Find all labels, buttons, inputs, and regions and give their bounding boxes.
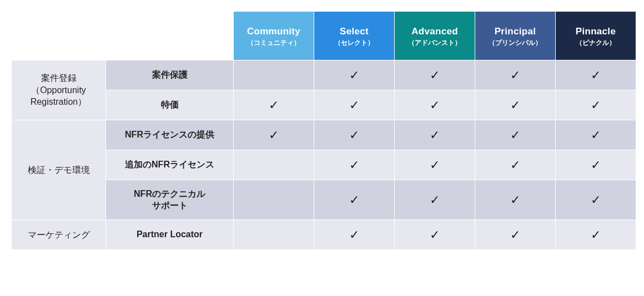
check-icon: ✓ [510, 193, 520, 207]
mark-cell: ✓ [556, 90, 636, 120]
check-icon: ✓ [349, 228, 359, 242]
check-icon: ✓ [591, 158, 601, 172]
check-icon: ✓ [430, 98, 440, 112]
check-icon: ✓ [591, 98, 601, 112]
tier-header-pinnacle: Pinnacle （ピナクル） [556, 12, 636, 60]
table-row: 検証・デモ環境NFRライセンスの提供✓✓✓✓✓ [12, 120, 636, 150]
check-icon: ✓ [591, 128, 601, 142]
check-icon: ✓ [591, 228, 601, 242]
mark-cell: ✓ [475, 180, 556, 220]
check-icon: ✓ [349, 193, 359, 207]
check-icon: ✓ [269, 98, 279, 112]
mark-cell: ✓ [556, 60, 636, 90]
mark-cell: ✓ [395, 60, 475, 90]
category-cell: 案件登録（Opportunity Registration） [12, 60, 106, 120]
check-icon: ✓ [430, 193, 440, 207]
check-icon: ✓ [430, 158, 440, 172]
row-label: 特価 [106, 90, 234, 120]
check-icon: ✓ [269, 128, 279, 142]
mark-cell: ✓ [395, 150, 475, 180]
check-icon: ✓ [349, 98, 359, 112]
tier-header-principal: Principal （プリンシパル） [475, 12, 556, 60]
check-icon: ✓ [430, 128, 440, 142]
mark-cell [234, 60, 314, 90]
check-icon: ✓ [510, 68, 520, 82]
mark-cell: ✓ [234, 90, 314, 120]
tier-title: Community [238, 26, 309, 37]
check-icon: ✓ [510, 128, 520, 142]
tier-sub: （プリンシパル） [480, 38, 551, 48]
mark-cell: ✓ [475, 220, 556, 250]
check-icon: ✓ [349, 128, 359, 142]
row-label: NFRのテクニカルサポート [106, 180, 234, 220]
mark-cell: ✓ [475, 120, 556, 150]
row-label: NFRライセンスの提供 [106, 120, 234, 150]
mark-cell: ✓ [234, 120, 314, 150]
tier-sub: （セレクト） [319, 38, 390, 48]
check-icon: ✓ [430, 228, 440, 242]
mark-cell: ✓ [556, 150, 636, 180]
mark-cell [234, 180, 314, 220]
tier-title: Principal [480, 26, 551, 37]
row-label: 追加のNFRライセンス [106, 150, 234, 180]
mark-cell: ✓ [395, 220, 475, 250]
mark-cell: ✓ [395, 120, 475, 150]
tier-header-select: Select （セレクト） [314, 12, 395, 60]
mark-cell: ✓ [314, 150, 395, 180]
tier-sub: （アドバンスト） [399, 38, 470, 48]
mark-cell: ✓ [314, 60, 395, 90]
row-label: Partner Locator [106, 220, 234, 250]
tier-header-community: Community （コミュニティ） [234, 12, 314, 60]
mark-cell: ✓ [314, 220, 395, 250]
check-icon: ✓ [510, 158, 520, 172]
tier-sub: （ピナクル） [560, 38, 631, 48]
mark-cell: ✓ [556, 180, 636, 220]
mark-cell: ✓ [475, 60, 556, 90]
tier-title: Advanced [399, 26, 470, 37]
check-icon: ✓ [591, 193, 601, 207]
blank-corner-1 [12, 12, 106, 60]
mark-cell: ✓ [475, 150, 556, 180]
row-label: 案件保護 [106, 60, 234, 90]
category-cell: 検証・デモ環境 [12, 120, 106, 220]
mark-cell [234, 220, 314, 250]
check-icon: ✓ [510, 228, 520, 242]
table-row: マーケティングPartner Locator✓✓✓✓ [12, 220, 636, 250]
check-icon: ✓ [349, 158, 359, 172]
check-icon: ✓ [510, 98, 520, 112]
tier-title: Pinnacle [560, 26, 631, 37]
mark-cell: ✓ [314, 120, 395, 150]
check-icon: ✓ [349, 68, 359, 82]
mark-cell: ✓ [556, 120, 636, 150]
mark-cell: ✓ [475, 90, 556, 120]
header-row: Community （コミュニティ） Select （セレクト） Advance… [12, 12, 636, 60]
blank-corner-2 [106, 12, 234, 60]
mark-cell: ✓ [395, 90, 475, 120]
check-icon: ✓ [591, 68, 601, 82]
category-cell: マーケティング [12, 220, 106, 250]
mark-cell [234, 150, 314, 180]
table-row: 案件登録（Opportunity Registration）案件保護✓✓✓✓ [12, 60, 636, 90]
tier-sub: （コミュニティ） [238, 38, 309, 48]
mark-cell: ✓ [395, 180, 475, 220]
check-icon: ✓ [430, 68, 440, 82]
tier-comparison-table: Community （コミュニティ） Select （セレクト） Advance… [11, 11, 633, 250]
tier-header-advanced: Advanced （アドバンスト） [395, 12, 475, 60]
tier-title: Select [319, 26, 390, 37]
mark-cell: ✓ [314, 180, 395, 220]
mark-cell: ✓ [556, 220, 636, 250]
mark-cell: ✓ [314, 90, 395, 120]
